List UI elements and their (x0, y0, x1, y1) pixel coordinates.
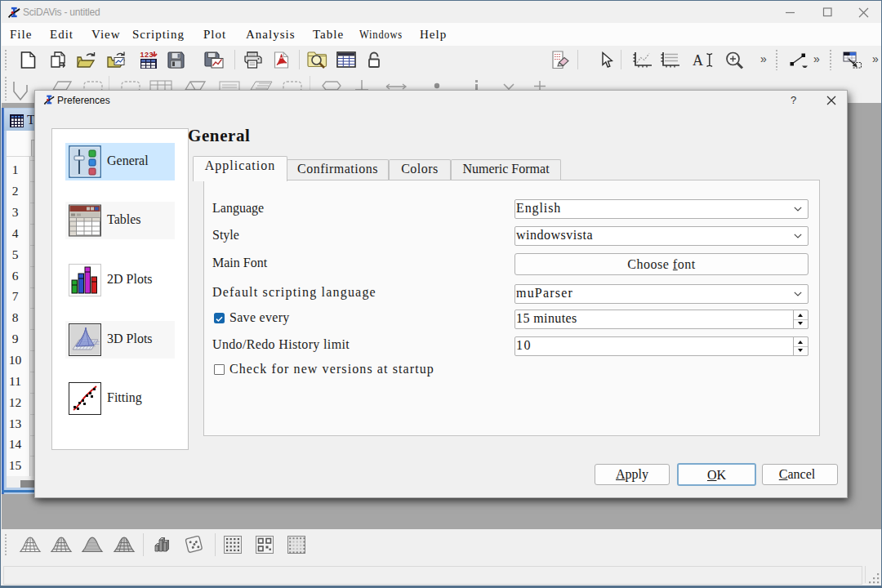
svg-text:123: 123 (140, 51, 154, 59)
svg-text:A: A (693, 52, 703, 69)
